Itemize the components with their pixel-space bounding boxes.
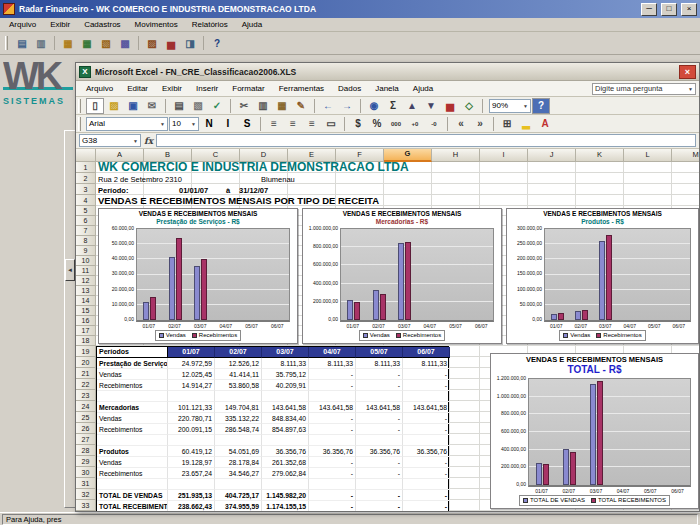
table-cell[interactable]: 8.111,33: [356, 358, 403, 369]
chart-produtos[interactable]: VENDAS E RECEBIMENTOS MENSAISProdutos - …: [506, 208, 699, 344]
table-cell[interactable]: -: [356, 468, 403, 479]
table-row-label[interactable]: Vendas: [97, 413, 168, 424]
sheet-table[interactable]: Períodos01/0702/0703/0704/0705/0706/07Pr…: [96, 346, 449, 511]
table-cell[interactable]: -: [403, 413, 450, 424]
table-cell[interactable]: -: [403, 424, 450, 435]
table-row-label[interactable]: [97, 435, 168, 446]
table-cell[interactable]: 35.795,12: [262, 369, 309, 380]
print-icon[interactable]: ▥: [32, 35, 50, 51]
maximize-button[interactable]: □: [661, 3, 677, 16]
table-cell[interactable]: 335.132,22: [215, 413, 262, 424]
table-header-01/07[interactable]: 01/07: [168, 347, 215, 358]
table-row-label[interactable]: Produtos: [97, 446, 168, 457]
row-header-33[interactable]: 33: [76, 500, 96, 511]
table-cell[interactable]: 8.111,33: [403, 358, 450, 369]
paste-icon[interactable]: ▦: [273, 98, 291, 114]
row-header-19[interactable]: 19: [76, 346, 96, 357]
help-icon[interactable]: ?: [532, 98, 550, 114]
table-cell[interactable]: 41.414,11: [215, 369, 262, 380]
sheet-area[interactable]: ABCDEFGHIJKLM 12345678910111213141516171…: [76, 149, 699, 511]
decrease-decimal-icon[interactable]: -0: [425, 116, 443, 132]
row-header-16[interactable]: 16: [76, 316, 96, 326]
table-cell[interactable]: -: [356, 490, 403, 501]
table-cell[interactable]: -: [403, 380, 450, 391]
row-header-26[interactable]: 26: [76, 423, 96, 434]
row-header-7[interactable]: 7: [76, 226, 96, 236]
table-cell[interactable]: 12.526,12: [215, 358, 262, 369]
table-cell[interactable]: 12.025,45: [168, 369, 215, 380]
excel-menu-Dados[interactable]: Dados: [331, 83, 368, 94]
table-cell[interactable]: 238.662,43: [168, 501, 215, 511]
column-header-M[interactable]: M: [672, 149, 699, 162]
table-cell[interactable]: -: [356, 369, 403, 380]
align-center-icon[interactable]: ≡: [284, 116, 302, 132]
table-cell[interactable]: [215, 479, 262, 490]
app-menu-Cadastros[interactable]: Cadastros: [77, 19, 127, 30]
currency-icon[interactable]: $: [349, 116, 367, 132]
table-cell[interactable]: 200.091,15: [168, 424, 215, 435]
row-header-32[interactable]: 32: [76, 489, 96, 500]
document-icon[interactable]: ▤: [13, 35, 31, 51]
print-preview-icon[interactable]: ▧: [189, 98, 207, 114]
table-cell[interactable]: 23.657,24: [168, 468, 215, 479]
table-cell[interactable]: 149.704,81: [215, 402, 262, 413]
new-workbook-icon[interactable]: ▯: [86, 98, 104, 114]
comma-style-icon[interactable]: 000: [387, 116, 405, 132]
calculator-icon[interactable]: ▩: [116, 35, 134, 51]
table-cell[interactable]: 374.955,59: [215, 501, 262, 511]
table-cell[interactable]: [168, 435, 215, 446]
calendar-icon[interactable]: ▦: [59, 35, 77, 51]
settings-icon[interactable]: ◨: [181, 35, 199, 51]
reports-icon[interactable]: ▨: [143, 35, 161, 51]
row-header-6[interactable]: 6: [76, 216, 96, 226]
row-header-8[interactable]: 8: [76, 236, 96, 246]
spelling-icon[interactable]: ✓: [208, 98, 226, 114]
decrease-indent-icon[interactable]: «: [452, 116, 470, 132]
minimize-button[interactable]: ─: [641, 3, 657, 16]
hyperlink-icon[interactable]: ◉: [365, 98, 383, 114]
merge-center-icon[interactable]: ▭: [322, 116, 340, 132]
table-cell[interactable]: -: [403, 457, 450, 468]
table-cell[interactable]: 14.914,27: [168, 380, 215, 391]
table-cell[interactable]: -: [309, 457, 356, 468]
fill-color-icon[interactable]: ▂: [517, 116, 535, 132]
table-cell[interactable]: [262, 479, 309, 490]
table-cell[interactable]: 261.352,68: [262, 457, 309, 468]
table-row-label[interactable]: Recebimentos: [97, 424, 168, 435]
table-cell[interactable]: 60.419,12: [168, 446, 215, 457]
zoom-dropdown[interactable]: 90% ▼: [489, 99, 531, 113]
italic-icon[interactable]: I: [219, 116, 237, 132]
row-header-25[interactable]: 25: [76, 412, 96, 423]
excel-menu-Inserir[interactable]: Inserir: [189, 83, 225, 94]
excel-menu-Ajuda[interactable]: Ajuda: [406, 83, 440, 94]
align-left-icon[interactable]: ≡: [265, 116, 283, 132]
table-cell[interactable]: 40.209,91: [262, 380, 309, 391]
row-header-18[interactable]: 18: [76, 336, 96, 346]
table-row-label[interactable]: Vendas: [97, 457, 168, 468]
row-header-28[interactable]: 28: [76, 445, 96, 456]
table-cell[interactable]: -: [356, 457, 403, 468]
save-icon[interactable]: ▣: [124, 98, 142, 114]
undo-icon[interactable]: ←: [319, 98, 337, 114]
table-header-04/07[interactable]: 04/07: [309, 347, 356, 358]
app-menu-Movimentos[interactable]: Movimentos: [128, 19, 185, 30]
table-row-label[interactable]: Prestação de Serviços: [97, 358, 168, 369]
column-header-J[interactable]: J: [528, 149, 576, 162]
close-button[interactable]: ×: [681, 3, 697, 16]
row-header-9[interactable]: 9: [76, 246, 96, 256]
increase-indent-icon[interactable]: »: [471, 116, 489, 132]
help-icon[interactable]: ?: [208, 35, 226, 51]
table-row-label[interactable]: Vendas: [97, 369, 168, 380]
table-cell[interactable]: 34.546,27: [215, 468, 262, 479]
table-row-label[interactable]: [97, 391, 168, 402]
table-cell[interactable]: -: [309, 468, 356, 479]
table-row-label[interactable]: Mercadorias: [97, 402, 168, 413]
table-cell[interactable]: 279.062,84: [262, 468, 309, 479]
table-cell[interactable]: 220.780,71: [168, 413, 215, 424]
row-header-12[interactable]: 12: [76, 276, 96, 286]
table-cell[interactable]: -: [403, 490, 450, 501]
table-cell[interactable]: 24.972,59: [168, 358, 215, 369]
table-header-06/07[interactable]: 06/07: [403, 347, 450, 358]
font-size-dropdown[interactable]: 10 ▼: [169, 117, 199, 131]
row-header-5[interactable]: 5: [76, 206, 96, 216]
